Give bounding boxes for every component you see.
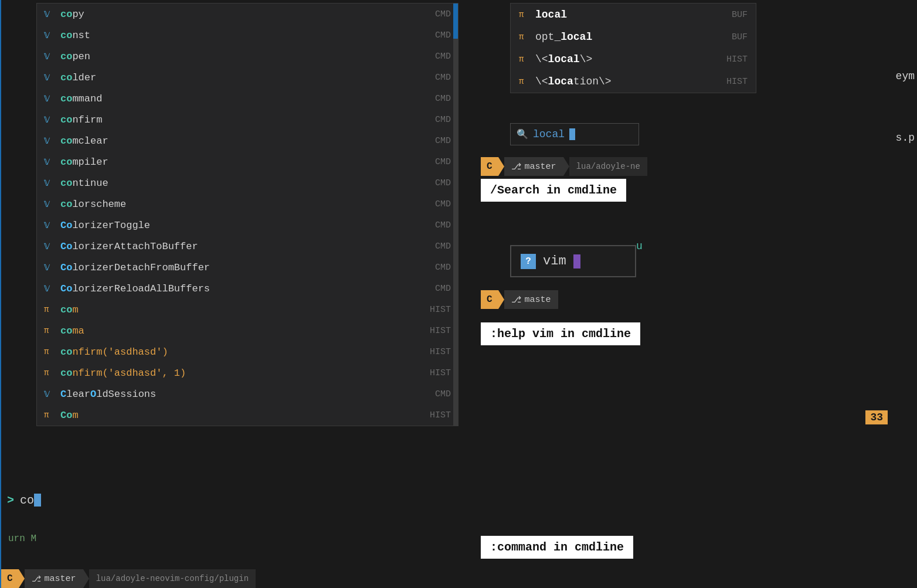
cmd-icon: 𝕍	[44, 30, 56, 40]
item-label: Com	[60, 410, 79, 421]
status-filepath: lua/adoyle-neovim-config/plugin	[89, 569, 256, 588]
section-label-help: :help vim in cmdline	[481, 322, 640, 345]
item-type: CMD	[435, 199, 451, 209]
list-item[interactable]: π com HIST	[37, 299, 458, 320]
list-item[interactable]: 𝕍 colorscheme CMD	[37, 193, 458, 215]
branch-icon: ⎇	[32, 574, 41, 584]
item-type: CMD	[435, 30, 451, 40]
list-item[interactable]: 𝕍 ColorizerAttachToBuffer CMD	[37, 236, 458, 257]
list-item[interactable]: 𝕍 const CMD	[37, 25, 458, 46]
right-panel: π local BUF π opt_local BUF π \<local\>	[481, 0, 917, 588]
list-item[interactable]: 𝕍 colder CMD	[37, 67, 458, 88]
status-mode: C	[1, 569, 19, 588]
right-mode-arrow-2	[498, 290, 504, 309]
item-label: ColorizerAttachToBuffer	[60, 241, 198, 252]
line-number-badge: 33	[865, 410, 888, 424]
status-return-line: urn M	[1, 531, 481, 547]
hist-icon: π	[519, 32, 531, 42]
list-item[interactable]: 𝕍 copy CMD	[37, 4, 458, 25]
list-item[interactable]: 𝕍 ColorizerDetachFromBuffer CMD	[37, 257, 458, 278]
item-type: CMD	[435, 389, 451, 399]
local-autocomplete[interactable]: π local BUF π opt_local BUF π \<local\>	[510, 3, 756, 93]
item-type: HIST	[430, 410, 451, 420]
item-type: CMD	[435, 52, 451, 62]
item-type: CMD	[435, 263, 451, 273]
list-item[interactable]: π confirm('asdhasd') HIST	[37, 341, 458, 362]
list-item[interactable]: 𝕍 copen CMD	[37, 46, 458, 67]
list-item[interactable]: 𝕍 ColorizerToggle CMD	[37, 215, 458, 236]
right-status-bar-1: C ⎇ master lua/adoyle-ne	[481, 157, 917, 176]
right-branch-arrow-1	[563, 157, 569, 176]
right-status-branch-2: ⎇ maste	[504, 290, 558, 309]
cmd-icon: 𝕍	[44, 115, 56, 125]
branch-icon-2: ⎇	[511, 294, 521, 305]
scrollbar-thumb	[453, 4, 458, 39]
item-type: CMD	[435, 136, 451, 146]
cmd-icon: 𝕍	[44, 242, 56, 251]
list-item[interactable]: π confirm('asdhasd', 1) HIST	[37, 362, 458, 383]
item-type: CMD	[435, 115, 451, 125]
list-item[interactable]: 𝕍 ColorizerReloadAllBuffers CMD	[37, 278, 458, 299]
mode-arrow	[19, 569, 25, 588]
sp-text: s.p	[896, 132, 915, 144]
list-item[interactable]: 𝕍 continue CMD	[37, 172, 458, 193]
item-label: \<location\>	[535, 76, 612, 87]
item-type: HIST	[430, 305, 451, 315]
list-item[interactable]: 𝕍 confirm CMD	[37, 109, 458, 130]
item-type: CMD	[435, 242, 451, 251]
list-item[interactable]: π Com HIST	[37, 405, 458, 426]
status-bar-left: C ⎇ master lua/adoyle-neovim-config/plug…	[1, 569, 481, 588]
list-item[interactable]: 𝕍 comclear CMD	[37, 130, 458, 151]
item-label: ColorizerDetachFromBuffer	[60, 262, 210, 273]
search-input-box[interactable]: 🔍 local	[510, 123, 639, 145]
item-type: CMD	[435, 157, 451, 167]
item-type: HIST	[726, 77, 748, 87]
item-type: CMD	[435, 178, 451, 188]
item-type: HIST	[430, 326, 451, 336]
hist-icon: π	[44, 368, 56, 378]
cmd-icon: 𝕍	[44, 199, 56, 209]
item-label: confirm('asdhasd', 1)	[60, 368, 186, 379]
cmd-icon: 𝕍	[44, 389, 56, 399]
dropdown-scrollbar[interactable]	[453, 4, 458, 426]
item-label: copen	[60, 51, 90, 62]
list-item[interactable]: 𝕍 compiler CMD	[37, 151, 458, 172]
autocomplete-dropdown[interactable]: 𝕍 copy CMD 𝕍 const CMD 𝕍 copen CMD	[36, 3, 458, 426]
list-item[interactable]: π coma HIST	[37, 320, 458, 341]
status-branch: ⎇ master	[25, 569, 83, 588]
item-label: confirm	[60, 114, 102, 125]
vim-cursor	[573, 254, 580, 268]
item-label: com	[60, 304, 79, 315]
item-type: CMD	[435, 73, 451, 83]
item-type: CMD	[435, 9, 451, 19]
u-label: u	[636, 240, 643, 252]
list-item[interactable]: π local BUF	[511, 4, 756, 26]
left-panel: 𝕍 copy CMD 𝕍 const CMD 𝕍 copen CMD	[0, 0, 481, 588]
item-label: compiler	[60, 157, 108, 168]
cmd-icon: 𝕍	[44, 263, 56, 273]
cmd-icon: 𝕍	[44, 52, 56, 62]
main-container: 𝕍 copy CMD 𝕍 const CMD 𝕍 copen CMD	[0, 0, 917, 588]
right-status-mode-1: C	[481, 157, 498, 176]
hist-icon: π	[44, 305, 56, 314]
list-item[interactable]: 𝕍 ClearOldSessions CMD	[37, 383, 458, 405]
item-label: ColorizerToggle	[60, 220, 150, 231]
list-item[interactable]: π \<location\> HIST	[511, 70, 756, 93]
cmdline-cursor	[34, 494, 41, 507]
item-label: coma	[60, 325, 84, 337]
item-type: CMD	[435, 284, 451, 294]
search-cursor	[569, 128, 575, 140]
branch-arrow	[83, 569, 89, 588]
vim-icon-box: ?	[521, 254, 536, 269]
hist-icon: π	[44, 410, 56, 420]
list-item[interactable]: π \<local\> HIST	[511, 48, 756, 70]
list-item[interactable]: 𝕍 command CMD	[37, 88, 458, 109]
cmdline-input[interactable]: co	[20, 494, 41, 507]
search-icon: 🔍	[517, 128, 528, 140]
cmdline-text: co	[20, 494, 34, 507]
right-status-bar-bottom	[481, 569, 917, 588]
partial-text-top: eym	[896, 70, 915, 82]
item-label: opt_local	[535, 31, 592, 43]
list-item[interactable]: π opt_local BUF	[511, 26, 756, 48]
item-label: local	[535, 9, 567, 21]
